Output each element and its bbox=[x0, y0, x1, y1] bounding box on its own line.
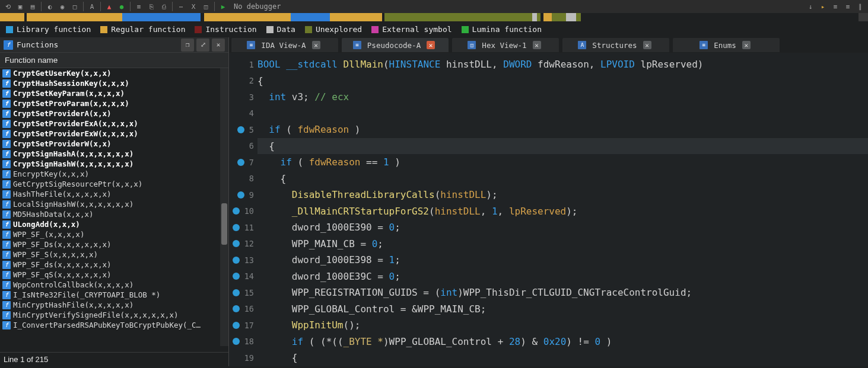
function-item[interactable]: fCryptSetProviderA(x,x) bbox=[0, 108, 228, 119]
gutter-line[interactable]: 13 bbox=[229, 252, 257, 268]
scrollbar-thumb[interactable] bbox=[221, 203, 227, 245]
toolbar-btn[interactable]: □ bbox=[69, 1, 80, 12]
code-line[interactable]: { bbox=[257, 73, 868, 89]
toolbar-btn[interactable]: ◉ bbox=[57, 1, 68, 12]
function-item[interactable]: fMinCryptVerifySignedFile(x,x,x,x,x,x) bbox=[0, 310, 228, 320]
nav-bar[interactable] bbox=[0, 13, 868, 21]
code-line[interactable]: dword_1000E390 = 0; bbox=[257, 219, 868, 236]
toolbar-btn[interactable]: ▣ bbox=[15, 1, 26, 12]
breakpoint-icon[interactable] bbox=[233, 207, 240, 215]
panel-close-button[interactable]: ✕ bbox=[212, 39, 225, 52]
function-item[interactable]: fWppControlCallback(x,x,x,x) bbox=[0, 280, 228, 290]
code-line[interactable] bbox=[257, 105, 868, 122]
code-line[interactable]: { bbox=[257, 350, 868, 366]
function-item[interactable]: fWPP_SF_ds(x,x,x,x,x,x) bbox=[0, 260, 228, 270]
toolbar-btn[interactable]: ≡ bbox=[830, 1, 841, 12]
function-item[interactable]: fI_IsNtPe32File(_CRYPTOAPI_BLOB *) bbox=[0, 290, 228, 300]
tab-close-icon[interactable]: ✕ bbox=[742, 41, 751, 49]
gutter-line[interactable]: 2 bbox=[229, 73, 257, 89]
gutter-line[interactable]: 9 bbox=[229, 187, 257, 203]
function-item[interactable]: fCryptSetProviderW(x,x) bbox=[0, 139, 228, 149]
gutter-line[interactable]: 1 bbox=[229, 56, 257, 73]
breakpoint-icon[interactable] bbox=[237, 126, 244, 133]
column-header[interactable]: Function name bbox=[0, 53, 228, 68]
panel-popout-button[interactable]: ⤢ bbox=[196, 39, 209, 52]
scrollbar[interactable] bbox=[220, 68, 228, 346]
breakpoint-icon[interactable] bbox=[233, 273, 240, 280]
gutter-line[interactable]: 8 bbox=[229, 171, 257, 187]
tab-close-icon[interactable]: ✕ bbox=[533, 41, 541, 49]
toolbar-btn[interactable]: ≡ bbox=[842, 1, 853, 12]
function-item[interactable]: fI_ConvertParsedRSAPubKeyToBCryptPubKey(… bbox=[0, 320, 228, 330]
editor-tab[interactable]: ≡Enums✕ bbox=[673, 38, 780, 52]
code-line[interactable]: WPP_MAIN_CB = 0; bbox=[257, 236, 868, 252]
toolbar-btn[interactable]: ⎙ bbox=[158, 1, 169, 12]
code-lines[interactable]: BOOL __stdcall DllMain(HINSTANCE hinstDL… bbox=[257, 53, 868, 366]
gutter-line[interactable]: 3 bbox=[229, 89, 257, 105]
function-item[interactable]: fCryptSetProviderExW(x,x,x,x) bbox=[0, 129, 228, 139]
gutter-line[interactable]: 11 bbox=[229, 219, 257, 236]
debugger-selector[interactable]: No debugger bbox=[230, 2, 284, 11]
nav-segment[interactable] bbox=[532, 13, 538, 21]
code-line[interactable]: dword_1000E39C = 0; bbox=[257, 268, 868, 285]
gutter-line[interactable]: 17 bbox=[229, 317, 257, 334]
nav-segment[interactable] bbox=[291, 13, 330, 21]
gutter-line[interactable]: 6 bbox=[229, 138, 257, 155]
code-line[interactable]: if ( (*((_BYTE *)WPP_GLOBAL_Control + 28… bbox=[257, 334, 868, 350]
function-item[interactable]: fMD5HashData(x,x,x) bbox=[0, 209, 228, 219]
gutter-line[interactable]: 14 bbox=[229, 268, 257, 285]
editor-tab[interactable]: ≡IDA View-A✕ bbox=[231, 38, 338, 52]
tab-close-icon[interactable]: ✕ bbox=[312, 41, 320, 49]
gutter-line[interactable]: 15 bbox=[229, 284, 257, 301]
nav-segment[interactable] bbox=[330, 13, 382, 21]
function-item[interactable]: fCryptSetProviderExA(x,x,x,x) bbox=[0, 119, 228, 129]
gutter-line[interactable]: 5 bbox=[229, 121, 257, 138]
code-line[interactable]: if ( fdwReason ) bbox=[257, 121, 868, 138]
toolbar-btn[interactable]: ⋯ bbox=[176, 1, 186, 12]
function-item[interactable]: fCryptHashSessionKey(x,x,x) bbox=[0, 78, 228, 88]
toolbar-btn[interactable]: ◐ bbox=[44, 1, 55, 12]
nav-segment[interactable] bbox=[581, 13, 859, 21]
function-item[interactable]: fWPP_SF_(x,x,x,x) bbox=[0, 229, 228, 239]
code-line[interactable]: WppInitUm(); bbox=[257, 317, 868, 334]
code-line[interactable]: WPP_REGISTRATION_GUIDS = (int)WPP_ThisDi… bbox=[257, 284, 868, 301]
function-item[interactable]: fMinCryptHashFile(x,x,x,x,x) bbox=[0, 300, 228, 310]
gutter-line[interactable]: 12 bbox=[229, 236, 257, 252]
gutter-line[interactable]: 18 bbox=[229, 334, 257, 350]
function-item[interactable]: fCryptSignHashA(x,x,x,x,x,x) bbox=[0, 149, 228, 159]
editor-tab[interactable]: ≡Pseudocode-A✕ bbox=[342, 38, 449, 52]
toolbar-btn[interactable]: ▲ bbox=[104, 1, 115, 12]
toolbar-btn[interactable]: ▸ bbox=[818, 1, 828, 12]
panel-restore-button[interactable]: ❐ bbox=[181, 39, 194, 52]
gutter-line[interactable]: 7 bbox=[229, 154, 257, 171]
nav-segment[interactable] bbox=[27, 13, 122, 21]
nav-segment[interactable] bbox=[566, 13, 577, 21]
code-line[interactable]: if ( fdwReason == 1 ) bbox=[257, 154, 868, 171]
toolbar-btn[interactable]: ▤ bbox=[27, 1, 38, 12]
function-item[interactable]: fCryptSetProvParam(x,x,x,x) bbox=[0, 98, 228, 108]
gutter-line[interactable]: 4 bbox=[229, 105, 257, 122]
code-line[interactable]: BOOL __stdcall DllMain(HINSTANCE hinstDL… bbox=[257, 56, 868, 73]
gutter-line[interactable]: 16 bbox=[229, 301, 257, 318]
toolbar-play-icon[interactable]: ▶ bbox=[218, 1, 228, 12]
nav-segment[interactable] bbox=[122, 13, 201, 21]
toolbar-btn[interactable]: ⟲ bbox=[2, 1, 13, 12]
function-item[interactable]: fLocalSignHashW(x,x,x,x,x,x) bbox=[0, 199, 228, 209]
code-view[interactable]: 12345678910111213141516171819 BOOL __std… bbox=[229, 53, 868, 366]
toolbar-btn[interactable]: X bbox=[188, 1, 199, 12]
toolbar-btn[interactable]: ⎘ bbox=[146, 1, 157, 12]
toolbar-btn[interactable]: ● bbox=[116, 1, 127, 12]
nav-segment[interactable] bbox=[552, 13, 565, 21]
nav-segment[interactable] bbox=[204, 13, 291, 21]
nav-segment[interactable] bbox=[543, 13, 552, 21]
breakpoint-icon[interactable] bbox=[237, 159, 244, 166]
breakpoint-icon[interactable] bbox=[237, 191, 244, 199]
function-item[interactable]: fWPP_SF_S(x,x,x,x,x) bbox=[0, 249, 228, 260]
nav-segment[interactable] bbox=[384, 13, 532, 21]
function-item[interactable]: fULongAdd(x,x,x) bbox=[0, 219, 228, 229]
nav-segment[interactable] bbox=[0, 13, 24, 21]
function-item[interactable]: fHashTheFile(x,x,x,x,x) bbox=[0, 189, 228, 199]
breakpoint-icon[interactable] bbox=[233, 289, 240, 296]
code-line[interactable]: int v3; // ecx bbox=[257, 89, 868, 105]
function-item[interactable]: fWPP_SF_Ds(x,x,x,x,x,x) bbox=[0, 239, 228, 249]
